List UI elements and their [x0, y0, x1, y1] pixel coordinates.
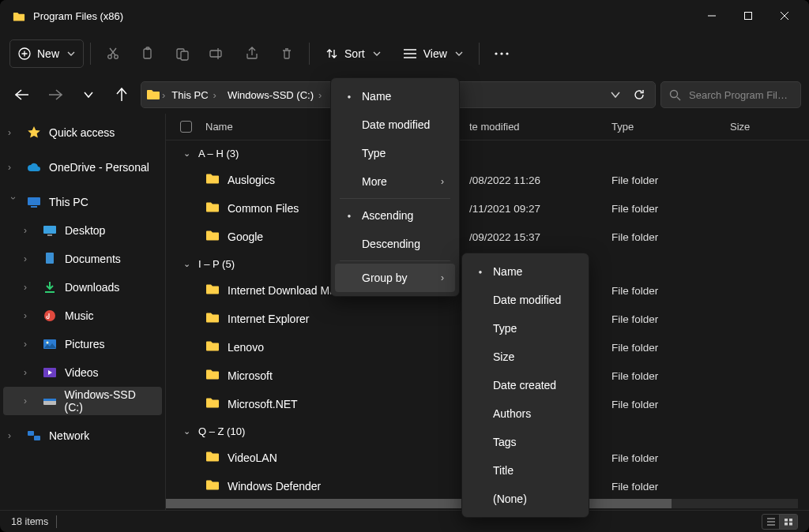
- folder-icon: [205, 451, 220, 465]
- file-type: File folder: [611, 399, 730, 410]
- file-type: File folder: [611, 452, 730, 464]
- details-view-icon[interactable]: [762, 515, 780, 529]
- sort-icon: [325, 47, 338, 60]
- svg-rect-25: [28, 197, 40, 205]
- share-icon: [245, 47, 259, 61]
- share-button[interactable]: [236, 39, 268, 68]
- group-menu-size[interactable]: Size: [466, 343, 585, 371]
- sidebar-network[interactable]: ›Network: [0, 421, 165, 450]
- file-name: Auslogics: [228, 174, 275, 186]
- sort-menu: ●Name Date modified Type More› ●Ascendin…: [330, 77, 460, 297]
- close-button[interactable]: [766, 0, 803, 32]
- group-menu-date-created[interactable]: Date created: [466, 371, 585, 399]
- ellipsis-icon: [495, 52, 509, 55]
- group-menu-type[interactable]: Type: [466, 314, 585, 343]
- file-date: /09/2022 15:37: [469, 231, 611, 243]
- maximize-button[interactable]: [730, 0, 766, 32]
- svg-rect-12: [146, 47, 149, 50]
- delete-button[interactable]: [271, 39, 303, 68]
- back-button[interactable]: [8, 81, 36, 109]
- sort-menu-more[interactable]: More›: [335, 167, 455, 196]
- sidebar: ›Quick access ›OneDrive - Personal ›This…: [0, 114, 166, 510]
- star-icon: [27, 126, 41, 140]
- svg-point-33: [47, 342, 49, 344]
- drive-icon: [43, 394, 57, 408]
- group-menu-none[interactable]: (None): [466, 485, 585, 513]
- group-menu-title[interactable]: Title: [466, 456, 585, 485]
- file-row[interactable]: Auslogics/08/2022 11:26File folder: [166, 166, 809, 194]
- copy-button[interactable]: [132, 39, 164, 68]
- sidebar-downloads[interactable]: ›Downloads: [0, 273, 165, 302]
- group-menu-tags[interactable]: Tags: [466, 428, 585, 456]
- column-size[interactable]: Size: [730, 121, 809, 133]
- plus-circle-icon: [18, 47, 31, 60]
- recent-button[interactable]: [74, 81, 103, 109]
- file-type: File folder: [611, 370, 730, 382]
- sidebar-documents[interactable]: ›Documents: [0, 245, 165, 273]
- cut-button[interactable]: [97, 39, 129, 68]
- sort-button[interactable]: Sort: [316, 39, 390, 68]
- sort-menu-type[interactable]: Type: [335, 139, 455, 167]
- sidebar-this-pc[interactable]: ›This PC: [0, 188, 165, 216]
- forward-button[interactable]: [41, 81, 70, 109]
- more-button[interactable]: [486, 39, 517, 68]
- column-type[interactable]: Type: [611, 121, 730, 133]
- group-menu-name[interactable]: ●Name: [466, 257, 585, 286]
- group-menu-authors[interactable]: Authors: [466, 399, 585, 428]
- file-type: File folder: [611, 285, 730, 297]
- sidebar-windows-ssd[interactable]: ›Windows-SSD (C:): [3, 387, 162, 415]
- trash-icon: [280, 47, 293, 61]
- refresh-button[interactable]: [628, 81, 650, 108]
- view-button[interactable]: View: [393, 39, 472, 68]
- file-name: Microsoft: [228, 369, 273, 382]
- sort-menu-date-modified[interactable]: Date modified: [335, 111, 455, 139]
- history-dropdown[interactable]: [604, 81, 627, 108]
- new-button[interactable]: New: [9, 39, 84, 68]
- folder-icon: [205, 340, 220, 354]
- folder-icon: [205, 479, 220, 493]
- file-name: Common Files: [228, 202, 299, 215]
- file-name: Windows Defender: [228, 480, 321, 493]
- copy-icon: [141, 47, 154, 61]
- titlebar[interactable]: Program Files (x86): [0, 0, 809, 32]
- file-name: Google: [228, 230, 263, 243]
- sidebar-music[interactable]: ›Music: [0, 302, 165, 330]
- sort-menu-name[interactable]: ●Name: [335, 82, 455, 111]
- svg-rect-45: [789, 523, 792, 526]
- sort-menu-descending[interactable]: Descending: [335, 230, 455, 258]
- minimize-button[interactable]: [694, 0, 730, 32]
- chevron-down-icon: [455, 50, 463, 58]
- view-icon: [403, 48, 417, 59]
- file-type: File folder: [611, 174, 730, 186]
- downloads-icon: [43, 280, 57, 294]
- up-button[interactable]: [107, 81, 136, 109]
- svg-rect-38: [34, 436, 40, 440]
- svg-point-22: [506, 52, 508, 54]
- view-toggle[interactable]: [762, 514, 798, 530]
- sort-menu-group-by[interactable]: Group by›: [335, 264, 455, 292]
- paste-icon: [175, 47, 190, 61]
- thumbnails-view-icon[interactable]: [780, 515, 797, 529]
- file-row[interactable]: Google/09/2022 15:37File folder: [166, 223, 809, 251]
- sidebar-quick-access[interactable]: ›Quick access: [0, 118, 165, 147]
- rename-button[interactable]: [201, 39, 233, 68]
- sidebar-onedrive[interactable]: ›OneDrive - Personal: [0, 153, 165, 182]
- search-input[interactable]: Search Program Fil…: [660, 81, 801, 108]
- svg-point-21: [500, 52, 502, 54]
- breadcrumb-item[interactable]: This PC›: [167, 89, 221, 101]
- group-header[interactable]: ⌄A – H (3): [166, 140, 809, 166]
- sidebar-videos[interactable]: ›Videos: [0, 358, 165, 387]
- group-menu-date-modified[interactable]: Date modified: [466, 286, 585, 314]
- item-count: 18 items: [11, 516, 48, 527]
- select-all-checkbox[interactable]: [180, 121, 192, 133]
- file-row[interactable]: Common Files/11/2021 09:27File folder: [166, 194, 809, 223]
- rename-icon: [209, 47, 225, 60]
- window-title: Program Files (x86): [33, 10, 123, 22]
- file-type: File folder: [611, 342, 730, 354]
- sidebar-desktop[interactable]: ›Desktop: [0, 216, 165, 245]
- sidebar-pictures[interactable]: ›Pictures: [0, 330, 165, 358]
- breadcrumb-item[interactable]: Windows-SSD (C:)›: [223, 89, 326, 101]
- paste-button[interactable]: [167, 39, 198, 68]
- column-date[interactable]: te modified: [469, 121, 611, 133]
- sort-menu-ascending[interactable]: ●Ascending: [335, 201, 455, 230]
